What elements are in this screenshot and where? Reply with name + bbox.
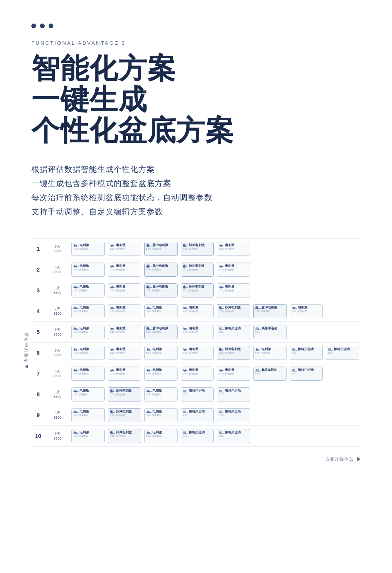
treat-label-text: 电刺激 [80, 327, 89, 330]
treat-label-text: 电刺激 [152, 431, 162, 434]
title-line-2: 一键生成 [31, 84, 361, 115]
treat-box-burst: 脉冲电刺激5.00, 肌电触发 [217, 304, 250, 318]
row-num-0: 1 [31, 238, 45, 259]
treat-label-text: 氟格尔运动 [225, 431, 241, 434]
treat-label-text: 氟格尔运动 [225, 389, 241, 393]
treat-sub-text: 5.00, 肌电触发 [146, 310, 176, 313]
row-info-4: 5天3600 [45, 321, 70, 342]
treat-sub-text: 5.00, 肌电触发 [146, 331, 176, 334]
desc-item-3: 支持手动调整、自定义编辑方案参数 [31, 204, 361, 219]
treat-sub-text: 5.00, 肌电触发 [73, 268, 103, 271]
treat-box-electric: 电刺激5.00, 肌电触发 [181, 325, 214, 339]
dot-3 [49, 24, 53, 28]
treat-label-text: 电刺激 [189, 306, 198, 310]
row-info-2: 5天3600 [45, 280, 70, 301]
row-info-7: 5天3600 [45, 384, 70, 405]
cell-6-3: 电刺激5.00, 肌电触发 [179, 363, 216, 384]
table-row: 95天3600 电刺激5.00, 肌电触发 脉冲电刺激5.00, 肌电触发 电刺… [31, 405, 361, 425]
treat-sub-text: 5.00, 肌电触发 [183, 331, 212, 334]
row-info-6: 5天3600 [45, 363, 70, 384]
cell-9-3: 氟格尔运动5.00 [179, 425, 216, 446]
treat-label-text: 脉冲电刺激 [116, 431, 132, 434]
treat-sub-text: 5.00, 肌电触发 [110, 331, 139, 334]
desc-list: 根据评估数据智能生成个性化方案 一键生成包含多种模式的整套盆底方案 每次治疗前系… [31, 162, 361, 219]
side-label-left: 方案详细信息 [24, 332, 29, 369]
treat-box-electric: 电刺激5.00, 肌电触发 [144, 408, 178, 422]
treat-label-text: 电刺激 [116, 243, 125, 247]
cell-8-4: 氟格尔运动5.00 [215, 405, 252, 425]
cell-4-7 [324, 321, 361, 342]
row-num-2: 3 [31, 280, 45, 301]
treat-box-electric: 电刺激5.00, 肌电触发 [181, 304, 214, 318]
cell-5-3: 电刺激5.00, 肌电触发 [179, 342, 216, 363]
treat-box-electric: 电刺激5.00, 肌电触发 [71, 429, 105, 443]
treat-label-text: 电刺激 [80, 264, 89, 268]
cell-5-7: 氟格尔运动5.00 [324, 342, 361, 363]
treat-sub-text: 5.00, 肌电触发 [73, 289, 103, 292]
treat-label-text: 电刺激 [80, 389, 89, 393]
treat-sub-text: 5.00, 肌电触发 [183, 248, 212, 250]
cell-6-4: 电刺激5.00, 肌电触发 [215, 363, 252, 384]
treat-sub-text: 5.00, 肌电触发 [183, 289, 212, 292]
treat-label-text: 电刺激 [225, 264, 234, 268]
treat-box-electric: 电刺激5.00, 肌电触发 [217, 242, 250, 256]
row-info-8: 5天3600 [45, 405, 70, 425]
treat-sub-text: 5.00, 肌电触发 [110, 289, 139, 292]
cell-5-6: 氟格尔运动5.00 [288, 342, 325, 363]
treat-sub-text: 5.00, 肌电触发 [219, 289, 248, 292]
cell-0-6 [288, 238, 325, 259]
treat-label-text: 脉冲电刺激 [189, 285, 205, 289]
cell-6-7 [324, 363, 361, 384]
row-info-0: 5天3600 [45, 238, 70, 259]
table-row: 35天3600 电刺激5.00, 肌电触发 电刺激5.00, 肌电触发 脉冲电刺… [31, 280, 361, 301]
treat-sub-text: 5.00, 肌电触发 [255, 352, 285, 354]
cell-0-3: 脉冲电刺激5.00, 肌电触发 [179, 238, 216, 259]
cell-2-0: 电刺激5.00, 肌电触发 [70, 280, 106, 301]
treat-box-passive: 氟格尔运动5.00 [217, 387, 250, 401]
treat-box-electric: 电刺激5.00, 肌电触发 [108, 325, 141, 339]
cell-4-2: 脉冲电刺激5.00, 肌电触发 [143, 321, 179, 342]
treat-box-electric: 电刺激5.00, 肌电触发 [71, 367, 105, 381]
treat-box-burst: 脉冲电刺激5.00, 肌电触发 [181, 242, 214, 256]
cell-7-1: 脉冲电刺激5.00, 肌电触发 [106, 384, 143, 405]
treat-label-text: 脉冲电刺激 [152, 243, 168, 247]
cell-0-1: 电刺激5.00, 肌电触发 [106, 238, 143, 259]
treat-label-text: 电刺激 [261, 347, 271, 351]
row-num-4: 5 [31, 321, 45, 342]
treat-sub-text: 5.00, 肌电触发 [73, 248, 103, 250]
treat-box-burst: 脉冲电刺激5.00, 肌电触发 [108, 429, 141, 443]
title-line-3: 个性化盆底方案 [31, 115, 361, 146]
row-info-5: 5天3600 [45, 342, 70, 363]
treat-box-electric: 电刺激5.00, 肌电触发 [71, 346, 105, 360]
treat-label-text: 氟格尔运动 [225, 410, 241, 414]
row-num-7: 8 [31, 384, 45, 405]
row-info-1: 5天3600 [45, 259, 70, 280]
row-info-9: 5天3600 [45, 425, 70, 446]
treat-box-electric: 电刺激5.00, 肌电触发 [108, 283, 141, 297]
table-row: 55天3600 电刺激5.00, 肌电触发 电刺激5.00, 肌电触发 脉冲电刺… [31, 321, 361, 342]
cell-2-3: 脉冲电刺激5.00, 肌电触发 [179, 280, 216, 301]
treat-sub-text: 5.00, 肌电触发 [146, 414, 176, 417]
cell-9-7 [324, 425, 361, 446]
treat-label-text: 电刺激 [189, 347, 198, 351]
side-arrow-up-icon [25, 365, 28, 369]
treat-sub-text: 5.00, 肌电触发 [73, 331, 103, 334]
cell-3-6: 电刺激5.00, 肌电触发 [288, 301, 325, 321]
treat-label-text: 电刺激 [225, 243, 234, 247]
treat-label-text: 电刺激 [152, 368, 162, 372]
cell-8-1: 脉冲电刺激5.00, 肌电触发 [106, 405, 143, 425]
treat-box-burst: 脉冲电刺激5.00, 肌电触发 [108, 387, 141, 401]
cell-9-6 [288, 425, 325, 446]
cell-0-7 [324, 238, 361, 259]
cell-3-3: 电刺激5.00, 肌电触发 [179, 301, 216, 321]
cell-1-3: 脉冲电刺激5.00, 肌电触发 [179, 259, 216, 280]
cell-7-2: 电刺激5.00, 肌电触发 [143, 384, 179, 405]
treat-box-electric: 电刺激5.00, 肌电触发 [290, 304, 323, 318]
treat-box-electric: 电刺激5.00, 肌电触发 [71, 408, 105, 422]
treat-box-burst: 脉冲电刺激5.00, 肌电触发 [144, 242, 178, 256]
cell-1-0: 电刺激5.00, 肌电触发 [70, 259, 106, 280]
treat-box-electric: 电刺激5.00, 肌电触发 [71, 304, 105, 318]
treat-label-text: 氟格尔运动 [334, 347, 350, 351]
cell-0-5 [252, 238, 288, 259]
treat-label-text: 氟格尔运动 [298, 347, 314, 351]
